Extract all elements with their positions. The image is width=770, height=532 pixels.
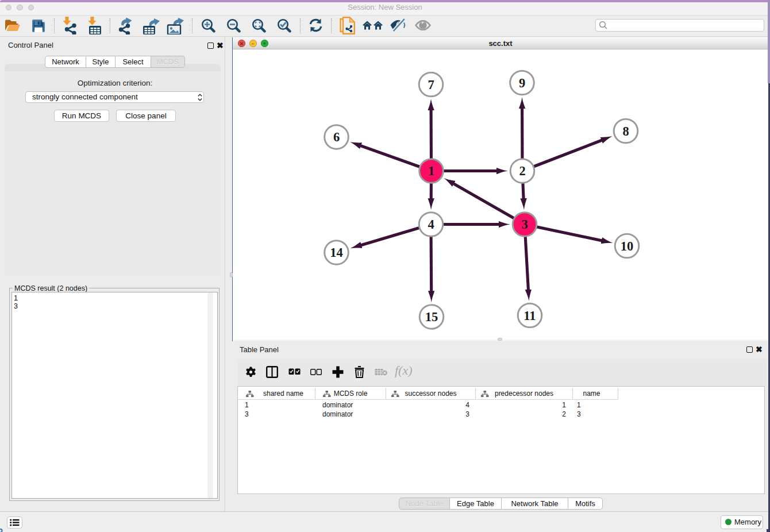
svg-text:7: 7	[428, 78, 434, 92]
svg-text:14: 14	[330, 245, 343, 260]
svg-text:1: 1	[428, 164, 434, 178]
svg-text:2: 2	[519, 164, 525, 178]
svg-text:3: 3	[521, 217, 528, 232]
svg-text:4: 4	[428, 217, 434, 232]
svg-text:15: 15	[425, 310, 438, 324]
svg-text:10: 10	[621, 239, 634, 253]
svg-text:8: 8	[622, 124, 629, 138]
svg-text:9: 9	[519, 76, 525, 90]
svg-text:11: 11	[523, 309, 536, 323]
svg-text:6: 6	[333, 130, 340, 144]
